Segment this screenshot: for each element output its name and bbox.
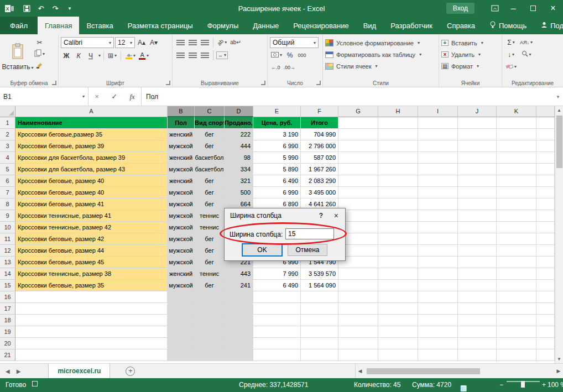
cell-J4[interactable] [458, 152, 497, 164]
cell-x11[interactable] [536, 233, 555, 245]
cell-G16[interactable] [338, 291, 378, 303]
cell-K17[interactable] [497, 303, 536, 315]
cell-H2[interactable] [378, 129, 418, 140]
cell-B10[interactable]: мужской [168, 222, 195, 233]
cell-D20[interactable] [225, 338, 253, 349]
cell-J20[interactable] [458, 338, 497, 349]
cell-C15[interactable]: бег [195, 280, 225, 291]
cell-C7[interactable]: бег [195, 187, 225, 198]
comma-style-button[interactable]: 000 [296, 50, 307, 60]
cell-F17[interactable] [301, 303, 338, 315]
cell-x2[interactable] [536, 129, 555, 140]
cell-C9[interactable]: теннис [195, 210, 225, 222]
macro-record-icon[interactable] [32, 381, 38, 386]
cell-H5[interactable] [378, 164, 418, 175]
insert-function-icon[interactable]: fx [129, 92, 134, 101]
cell-B3[interactable]: мужской [168, 140, 195, 152]
cell-K16[interactable] [497, 291, 536, 303]
column-header-K[interactable]: K [497, 106, 536, 117]
column-header-B[interactable]: B [168, 106, 195, 117]
cell-F21[interactable] [301, 349, 338, 361]
undo-icon[interactable]: ↶ [34, 2, 48, 15]
cell-B12[interactable]: мужской [168, 245, 195, 257]
column-header-x[interactable] [536, 106, 555, 117]
cell-D16[interactable] [225, 291, 253, 303]
cell-D4[interactable]: 98 [225, 152, 253, 164]
column-header-C[interactable]: C [195, 106, 225, 117]
horizontal-scrollbar[interactable]: ◀ ▶ [355, 364, 563, 378]
cell-I11[interactable] [418, 233, 458, 245]
align-top-button[interactable] [175, 37, 186, 48]
clipboard-dialog-launcher-icon[interactable] [52, 81, 56, 85]
cell-C12[interactable]: бег [195, 245, 225, 257]
row-header-12[interactable]: 12 [0, 245, 15, 257]
italic-button[interactable]: К [73, 50, 84, 61]
row-header-17[interactable]: 17 [0, 303, 15, 315]
cell-D3[interactable]: 444 [225, 140, 253, 152]
sheet-nav-right-icon[interactable]: ▶ [17, 368, 21, 374]
cell-C14[interactable]: теннис [195, 268, 225, 280]
cell-K20[interactable] [497, 338, 536, 349]
cell-x4[interactable] [536, 152, 555, 164]
sheet-nav-left-icon[interactable]: ◀ [6, 368, 10, 374]
cell-I21[interactable] [418, 349, 458, 361]
cell-A2[interactable]: Кроссовки беговые,размер 35 [15, 129, 168, 140]
cell-G20[interactable] [338, 338, 378, 349]
row-header-1[interactable]: 1 [0, 117, 15, 129]
horizontal-scroll-thumb[interactable] [367, 368, 480, 374]
cell-A12[interactable]: Кроссовки беговые, размер 44 [15, 245, 168, 257]
cell-x10[interactable] [536, 222, 555, 233]
tab-data[interactable]: Данные [246, 17, 286, 34]
cell-F7[interactable]: 3 495 000 [301, 187, 338, 198]
alignment-dialog-launcher-icon[interactable] [261, 81, 265, 85]
cell-K4[interactable] [497, 152, 536, 164]
cell-F5[interactable]: 1 967 260 [301, 164, 338, 175]
cell-H15[interactable] [378, 280, 418, 291]
save-icon[interactable] [20, 2, 33, 15]
name-box[interactable]: B1 ▾ [0, 87, 88, 106]
cell-F6[interactable]: 2 083 290 [301, 175, 338, 187]
cell-I5[interactable] [418, 164, 458, 175]
cell-E6[interactable]: 6 490 [253, 175, 301, 187]
cell-A5[interactable]: Кроссовки для баскетбола, размер 43 [15, 164, 168, 175]
cell-F3[interactable]: 2 796 000 [301, 140, 338, 152]
cell-x14[interactable] [536, 268, 555, 280]
cell-G2[interactable] [338, 129, 378, 140]
cell-H11[interactable] [378, 233, 418, 245]
share-button[interactable]: Поделиться [534, 17, 563, 34]
cell-J21[interactable] [458, 349, 497, 361]
cell-D5[interactable]: 334 [225, 164, 253, 175]
cell-D21[interactable] [225, 349, 253, 361]
cell-A6[interactable]: Кроссовки беговые, размер 40 [15, 175, 168, 187]
cell-K13[interactable] [497, 257, 536, 268]
row-header-21[interactable]: 21 [0, 349, 15, 361]
row-header-13[interactable]: 13 [0, 257, 15, 268]
align-center-button[interactable] [187, 50, 198, 60]
column-header-G[interactable]: G [338, 106, 378, 117]
merge-center-button[interactable]: ↔▾ [216, 51, 228, 59]
cell-J15[interactable] [458, 280, 497, 291]
cell-A8[interactable]: Кроссовки беговые, размер 41 [15, 198, 168, 210]
cell-J2[interactable] [458, 129, 497, 140]
cell-B18[interactable] [168, 315, 195, 326]
cell-I17[interactable] [418, 303, 458, 315]
row-header-9[interactable]: 9 [0, 210, 15, 222]
cell-G4[interactable] [338, 152, 378, 164]
cell-C13[interactable]: бег [195, 257, 225, 268]
cell-C11[interactable]: бег [195, 233, 225, 245]
cell-D18[interactable] [225, 315, 253, 326]
cell-B1[interactable]: Пол [168, 117, 195, 129]
cell-x1[interactable] [536, 117, 555, 129]
sheet-tab-microexcel[interactable]: microexcel.ru [48, 364, 110, 378]
align-bottom-button[interactable] [199, 37, 210, 48]
cell-F4[interactable]: 587 020 [301, 152, 338, 164]
row-header-5[interactable]: 5 [0, 164, 15, 175]
align-right-button[interactable] [199, 50, 210, 60]
cell-A10[interactable]: Кроссовки теннисные, размер 42 [15, 222, 168, 233]
cell-x5[interactable] [536, 164, 555, 175]
cell-x20[interactable] [536, 338, 555, 349]
tab-formulas[interactable]: Формулы [200, 17, 246, 34]
cell-E21[interactable] [253, 349, 301, 361]
cell-E5[interactable]: 5 890 [253, 164, 301, 175]
cell-K8[interactable] [497, 198, 536, 210]
